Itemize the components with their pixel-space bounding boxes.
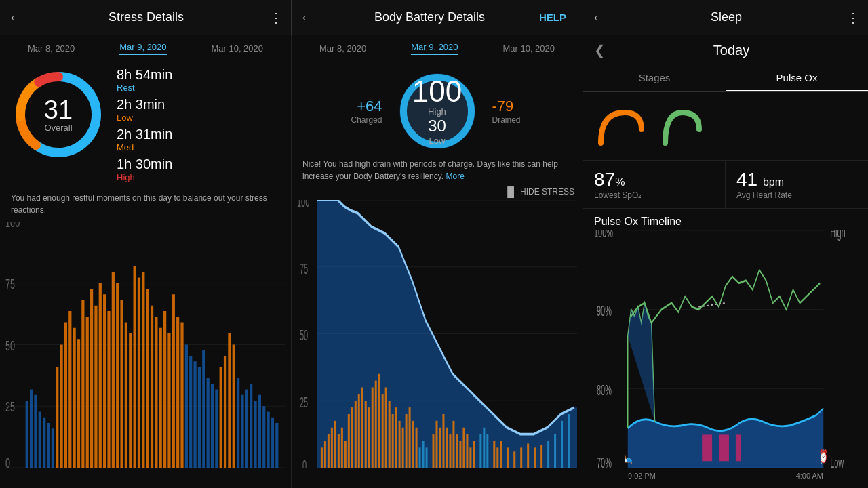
battery-gauge: 100 High 30 Low (393, 67, 481, 155)
sleep-arc-orange (594, 106, 648, 146)
stress-overall-label: Overall (44, 123, 73, 133)
svg-rect-118 (426, 447, 428, 468)
battery-low-value: 30 (412, 117, 462, 136)
svg-rect-88 (324, 441, 326, 468)
heart-rate-cell: 41 bpm Avg Heart Rate (726, 161, 868, 209)
sleep-back-button[interactable]: ← (591, 9, 606, 26)
sleep-more-button[interactable]: ⋮ (846, 9, 860, 26)
svg-rect-98 (358, 394, 360, 468)
svg-rect-43 (146, 289, 149, 468)
svg-text:0: 0 (5, 455, 10, 468)
svg-rect-58 (211, 384, 214, 468)
stress-chart-svg: 100 75 50 25 0 (5, 222, 285, 468)
svg-rect-26 (73, 328, 76, 468)
heart-rate-value: 41 bpm (736, 169, 857, 190)
stress-title: Stress Details (28, 10, 264, 24)
sleep-panel: ❮ Today Stages Pulse Ox 87% Lowest SpO₂ (583, 35, 868, 488)
svg-rect-20 (47, 423, 50, 468)
svg-rect-91 (334, 421, 336, 468)
svg-rect-144 (547, 441, 549, 468)
stat-low: 2h 3min Low (117, 97, 280, 123)
hide-stress-button[interactable]: ▐▌ HIDE STRESS (292, 185, 583, 200)
charged-label: Charged (297, 115, 382, 125)
svg-rect-42 (142, 272, 144, 468)
svg-rect-89 (328, 434, 330, 468)
heart-rate-label: Avg Heart Rate (736, 190, 857, 200)
svg-rect-39 (129, 333, 132, 468)
svg-rect-137 (500, 441, 502, 468)
svg-rect-96 (351, 407, 353, 468)
svg-rect-93 (341, 428, 343, 468)
stress-panel: Mar 8, 2020 Mar 9, 2020 Mar 10, 2020 (0, 35, 292, 488)
stress-more-button[interactable]: ⋮ (269, 9, 283, 26)
svg-rect-131 (473, 441, 475, 468)
svg-rect-24 (64, 323, 67, 468)
battery-high-value: 100 (412, 77, 462, 106)
sleep-title: Sleep (612, 10, 841, 24)
svg-text:High: High (830, 230, 845, 241)
svg-rect-59 (215, 390, 218, 468)
svg-rect-31 (94, 306, 97, 468)
svg-rect-141 (527, 443, 529, 468)
svg-rect-45 (155, 317, 157, 468)
stress-date-next[interactable]: Mar 10, 2020 (211, 43, 263, 54)
tab-stages[interactable]: Stages (583, 65, 726, 92)
battery-panel: Mar 8, 2020 Mar 9, 2020 Mar 10, 2020 +64… (292, 35, 583, 488)
stat-high: 1h 30min High (117, 157, 280, 182)
stress-chart: 100 75 50 25 0 (0, 222, 291, 488)
svg-rect-97 (355, 401, 357, 468)
svg-rect-102 (372, 388, 374, 468)
svg-rect-110 (399, 421, 401, 468)
svg-text:100: 100 (5, 222, 20, 230)
stress-date-prev[interactable]: Mar 8, 2020 (28, 43, 75, 54)
svg-rect-100 (365, 401, 367, 468)
tab-pulse-ox[interactable]: Pulse Ox (726, 65, 868, 92)
stress-back-button[interactable]: ← (8, 9, 23, 26)
high-label: High (117, 172, 280, 182)
svg-rect-105 (382, 394, 384, 468)
battery-date-prev[interactable]: Mar 8, 2020 (319, 43, 366, 54)
sleep-header: ❮ Today (583, 35, 868, 65)
svg-rect-64 (237, 378, 239, 468)
battery-low-label: Low (412, 136, 462, 146)
svg-text:50: 50 (5, 338, 15, 354)
svg-rect-47 (163, 311, 166, 468)
help-button[interactable]: HELP (539, 12, 566, 23)
svg-rect-25 (68, 311, 71, 468)
battery-description: Nice! You had high drain with periods of… (292, 155, 583, 185)
svg-rect-117 (422, 441, 425, 468)
svg-rect-122 (442, 414, 444, 468)
battery-date-active[interactable]: Mar 9, 2020 (411, 42, 458, 55)
svg-text:100: 100 (297, 200, 309, 210)
svg-rect-57 (207, 378, 210, 468)
svg-rect-126 (456, 434, 458, 468)
svg-rect-113 (409, 407, 411, 468)
svg-rect-62 (228, 333, 231, 468)
svg-rect-121 (439, 428, 441, 468)
svg-rect-34 (107, 311, 110, 468)
time-start: 9:02 PM (628, 472, 656, 480)
svg-text:90%: 90% (597, 304, 612, 320)
stress-description: You had enough restful moments on this d… (0, 192, 291, 222)
charged-section: +64 Charged (297, 98, 393, 125)
battery-date-next[interactable]: Mar 10, 2020 (502, 43, 555, 54)
svg-rect-135 (493, 441, 495, 468)
svg-rect-125 (452, 421, 454, 468)
svg-rect-136 (496, 447, 498, 468)
svg-rect-94 (344, 441, 347, 468)
more-link[interactable]: More (446, 171, 465, 181)
battery-back-button[interactable]: ← (300, 9, 315, 26)
stress-date-active[interactable]: Mar 9, 2020 (119, 42, 166, 55)
sleep-prev-button[interactable]: ❮ (594, 42, 606, 58)
svg-rect-52 (185, 345, 188, 468)
med-time: 2h 31min (117, 127, 280, 142)
svg-rect-108 (392, 414, 394, 468)
svg-rect-133 (483, 428, 485, 468)
svg-rect-95 (348, 414, 350, 468)
bar-chart-icon: ▐▌ (504, 186, 517, 197)
svg-rect-19 (43, 418, 45, 468)
svg-rect-164 (702, 434, 712, 461)
svg-rect-116 (419, 447, 421, 468)
svg-rect-166 (736, 434, 741, 461)
battery-chart-svg: 100 75 50 25 0 (297, 200, 577, 468)
